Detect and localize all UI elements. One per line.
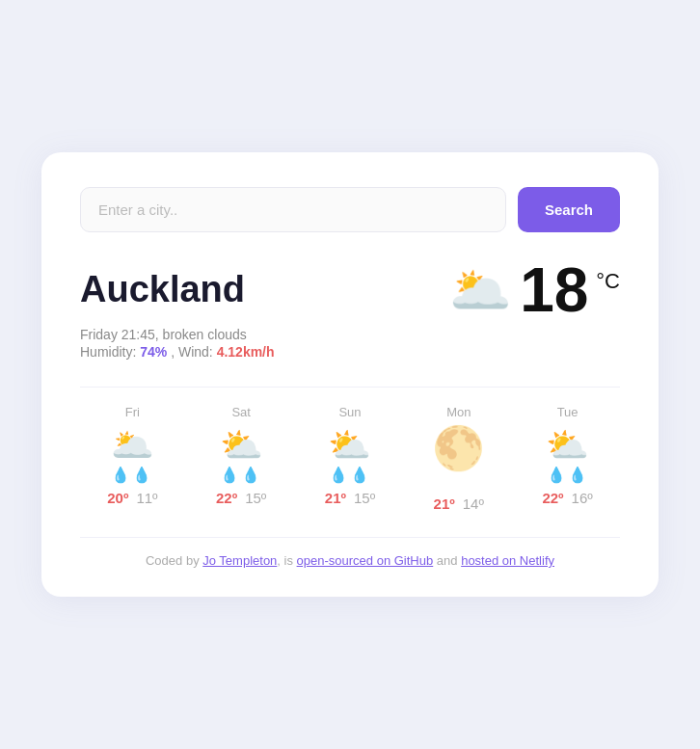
footer-author-link[interactable]: Jo Templeton: [202, 553, 277, 568]
forecast-icon-tue: ⛅ 💧💧: [546, 425, 589, 484]
day-label-tue: Tue: [557, 405, 579, 419]
city-name: Auckland: [80, 269, 245, 310]
wind-label: , Wind:: [171, 344, 216, 360]
forecast-temps-sun: 21º 15º: [325, 490, 375, 506]
humidity-label: Humidity:: [80, 344, 136, 360]
forecast-temps-sat: 22º 15º: [216, 490, 266, 506]
forecast-icon-mon: 🌕 💧💧: [432, 425, 485, 490]
low-tue: 16º: [572, 490, 593, 506]
weather-main: Auckland 🌥️ 18 °C: [80, 259, 620, 321]
day-label-fri: Fri: [125, 405, 140, 419]
low-mon: 14º: [463, 495, 484, 512]
forecast-temps-fri: 20º 11º: [107, 490, 157, 506]
search-input[interactable]: [80, 187, 506, 232]
search-button[interactable]: Search: [518, 187, 620, 232]
footer-github-link[interactable]: open-sourced on GitHub: [297, 553, 434, 568]
high-sat: 22º: [216, 490, 237, 506]
forecast-day-sat: Sat ⛅ 💧💧 22º 15º: [189, 405, 294, 512]
forecast-icon-sat: ⛅ 💧💧: [220, 425, 263, 484]
forecast-day-fri: Fri 🌥️ 💧💧 20º 11º: [80, 405, 185, 512]
high-fri: 20º: [107, 490, 128, 506]
low-fri: 11º: [136, 490, 157, 506]
weather-description: Friday 21:45, broken clouds: [80, 327, 620, 342]
footer-text-before: Coded by: [146, 553, 202, 568]
humidity-value: 74%: [140, 344, 167, 360]
forecast-day-sun: Sun ⛅ 💧💧 21º 15º: [298, 405, 403, 512]
wind-value: 4.12km/h: [217, 344, 275, 360]
forecast-day-tue: Tue ⛅ 💧💧 22º 16º: [515, 405, 620, 512]
temperature-unit: °C: [596, 269, 620, 294]
forecast-day-mon: Mon 🌕 💧💧 21º 14º: [406, 405, 511, 512]
high-tue: 22º: [542, 490, 563, 506]
forecast-temps-mon: 21º 14º: [434, 495, 484, 512]
weather-stats: Humidity: 74% , Wind: 4.12km/h: [80, 344, 620, 360]
top-divider: [80, 387, 620, 388]
day-label-sat: Sat: [231, 405, 251, 419]
high-sun: 21º: [325, 490, 346, 506]
forecast-icon-sun: ⛅ 💧💧: [328, 425, 371, 484]
weather-card: Search Auckland 🌥️ 18 °C Friday 21:45, b…: [41, 152, 659, 597]
footer-text-end: and: [433, 553, 461, 568]
high-mon: 21º: [434, 495, 455, 512]
forecast-row: Fri 🌥️ 💧💧 20º 11º Sat ⛅ 💧💧 22º 15º: [80, 405, 620, 512]
temperature-value: 18: [520, 259, 588, 321]
search-row: Search: [80, 187, 620, 232]
forecast-icon-fri: 🌥️ 💧💧: [111, 425, 154, 484]
footer: Coded by Jo Templeton, is open-sourced o…: [80, 537, 620, 568]
footer-netlify-link[interactable]: hosted on Netlify: [461, 553, 554, 568]
day-label-sun: Sun: [338, 405, 361, 419]
footer-text-middle: , is: [277, 553, 296, 568]
current-weather-icon: 🌥️: [449, 265, 512, 315]
low-sun: 15º: [354, 490, 375, 506]
weather-details: Friday 21:45, broken clouds Humidity: 74…: [80, 327, 620, 360]
forecast-temps-tue: 22º 16º: [542, 490, 592, 506]
day-label-mon: Mon: [446, 405, 471, 419]
temperature-section: 🌥️ 18 °C: [449, 259, 620, 321]
low-sat: 15º: [245, 490, 266, 506]
